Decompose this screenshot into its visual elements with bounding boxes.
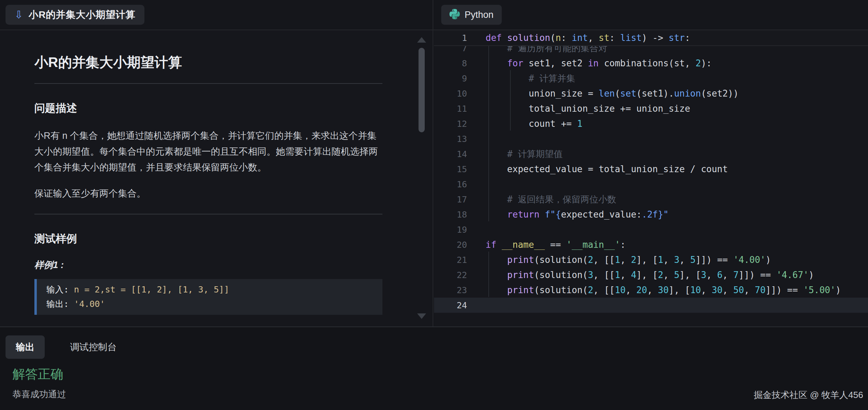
sticky-function-line[interactable]: 1def solution(n: int, st: list) -> str: <box>434 30 868 46</box>
problem-document: 小R的并集大小期望计算 问题描述 小R有 n 个集合，她想通过随机选择两个集合，… <box>34 30 382 326</box>
scroll-up-arrow[interactable] <box>417 37 426 43</box>
code-line-22[interactable]: 22 print(solution(3, [[1, 4], [2, 5], [3… <box>434 267 868 282</box>
python-icon <box>449 9 460 21</box>
divider <box>34 214 382 214</box>
sample1-label: 样例1 : <box>34 259 382 271</box>
indent-guide <box>488 252 489 297</box>
section-heading-samples: 测试样例 <box>34 232 382 245</box>
code-line-15[interactable]: 15 expected_value = total_union_size / c… <box>434 162 868 177</box>
scrollbar-thumb[interactable] <box>419 48 425 132</box>
code-line-10[interactable]: 10 union_size = len(set(set1).union(set2… <box>434 86 868 101</box>
language-tab-python[interactable]: Python <box>441 5 502 25</box>
code-line-24[interactable]: 24 <box>434 298 868 313</box>
line-source: expected_value = total_union_size / coun… <box>467 164 728 174</box>
output-panel: 输出 调试控制台 解答正确 恭喜成功通过 掘金技术社区 @ 牧羊人456 <box>0 326 868 410</box>
line-number[interactable]: 21 <box>434 255 467 265</box>
line-number[interactable]: 23 <box>434 285 467 295</box>
code-editor[interactable]: 7 # 遍历所有可能的集合对8 for set1, set2 in combin… <box>434 30 868 326</box>
line-source: total_union_size += union_size <box>467 103 690 114</box>
code-line-23[interactable]: 23 print(solution(2, [[10, 20, 30], [10,… <box>434 282 868 298</box>
problem-title: 小R的并集大小期望计算 <box>29 8 135 21</box>
code-lines: 7 # 遍历所有可能的集合对8 for set1, set2 in combin… <box>434 41 868 313</box>
line-source: for set1, set2 in combinations(st, 2): <box>467 58 712 68</box>
line-number[interactable]: 14 <box>434 149 467 159</box>
indent-guide <box>510 70 511 131</box>
download-icon: ⇩ <box>14 10 23 20</box>
code-line-16[interactable]: 16 <box>434 177 868 192</box>
language-tab-label: Python <box>465 10 493 20</box>
divider <box>34 83 382 84</box>
result-message: 恭喜成功通过 <box>12 388 66 400</box>
code-line-20[interactable]: 20if __name__ == '__main__': <box>434 237 868 252</box>
line-number[interactable]: 16 <box>434 179 467 189</box>
line-source: return f"{expected_value:.2f}" <box>467 209 669 220</box>
code-line-18[interactable]: 18 return f"{expected_value:.2f}" <box>434 207 868 222</box>
sample1-input-line: 输入: n = 2,st = [[1, 2], [1, 3, 5]] <box>46 282 373 297</box>
line-source: print(solution(2, [[1, 2], [1, 3, 5]]) =… <box>467 255 771 265</box>
indent-guide <box>488 40 489 221</box>
line-source: print(solution(2, [[10, 20, 30], [10, 30… <box>467 285 841 295</box>
line-number[interactable]: 18 <box>434 210 467 220</box>
line-number[interactable]: 17 <box>434 195 467 204</box>
code-line-17[interactable]: 17 # 返回结果，保留两位小数 <box>434 192 868 207</box>
panel-divider[interactable] <box>433 0 433 326</box>
description-paragraph: 小R有 n 个集合，她想通过随机选择两个集合，并计算它们的并集，来求出这个并集大… <box>34 128 382 175</box>
scroll-down-arrow[interactable] <box>417 313 426 319</box>
problem-title-button[interactable]: ⇩ 小R的并集大小期望计算 <box>6 5 144 25</box>
app-window: ⇩ 小R的并集大小期望计算 Python 重置代码 <box>0 0 868 410</box>
code-line-21[interactable]: 21 print(solution(2, [[1, 2], [1, 3, 5]]… <box>434 252 868 267</box>
line-number[interactable]: 20 <box>434 240 467 250</box>
line-number[interactable]: 11 <box>434 104 467 114</box>
line-number[interactable]: 24 <box>434 300 467 310</box>
code-line-12[interactable]: 12 count += 1 <box>434 116 868 131</box>
line-number[interactable]: 22 <box>434 270 467 280</box>
credit-text: 掘金技术社区 @ 牧羊人456 <box>754 389 863 401</box>
line-number[interactable]: 19 <box>434 225 467 235</box>
sample1-output-line: 输出: '4.00' <box>46 297 373 311</box>
code-line-1[interactable]: 1def solution(n: int, st: list) -> str: <box>434 30 868 45</box>
description-note: 保证输入至少有两个集合。 <box>34 186 382 201</box>
code-line-14[interactable]: 14 # 计算期望值 <box>434 146 868 162</box>
line-source: # 计算期望值 <box>467 148 563 160</box>
line-number[interactable]: 15 <box>434 164 467 174</box>
code-line-19[interactable]: 19 <box>434 222 868 237</box>
result-status: 解答正确 <box>12 366 63 383</box>
line-source: # 返回结果，保留两位小数 <box>467 193 616 206</box>
editor-header: Python 重置代码 切换语言 <box>433 0 868 30</box>
line-source: print(solution(3, [[1, 4], [2, 5], [3, 6… <box>467 270 814 280</box>
problem-pane: 小R的并集大小期望计算 问题描述 小R有 n 个集合，她想通过随机选择两个集合，… <box>0 30 433 326</box>
section-heading-description: 问题描述 <box>34 102 382 115</box>
line-number[interactable]: 9 <box>434 74 467 84</box>
line-source: def solution(n: int, st: list) -> str: <box>467 33 690 43</box>
line-number[interactable]: 1 <box>434 33 467 43</box>
output-tabs: 输出 调试控制台 <box>6 335 127 359</box>
code-line-11[interactable]: 11 total_union_size += union_size <box>434 101 868 116</box>
line-source: # 计算并集 <box>467 73 575 85</box>
code-line-9[interactable]: 9 # 计算并集 <box>434 71 868 86</box>
code-line-8[interactable]: 8 for set1, set2 in combinations(st, 2): <box>434 56 868 71</box>
line-number[interactable]: 12 <box>434 119 467 129</box>
line-source: count += 1 <box>467 119 583 129</box>
tab-debug-console[interactable]: 调试控制台 <box>60 335 127 359</box>
problem-header: ⇩ 小R的并集大小期望计算 <box>0 0 433 30</box>
line-number[interactable]: 10 <box>434 89 467 99</box>
page-title: 小R的并集大小期望计算 <box>34 54 382 71</box>
line-source: union_size = len(set(set1).union(set2)) <box>467 88 739 99</box>
line-source: if __name__ == '__main__': <box>467 240 626 250</box>
tab-output[interactable]: 输出 <box>6 335 45 359</box>
code-line-13[interactable]: 13 <box>434 131 868 146</box>
sample1-code-block: 输入: n = 2,st = [[1, 2], [1, 3, 5]] 输出: '… <box>34 279 382 315</box>
line-number[interactable]: 13 <box>434 134 467 144</box>
line-number[interactable]: 8 <box>434 58 467 68</box>
